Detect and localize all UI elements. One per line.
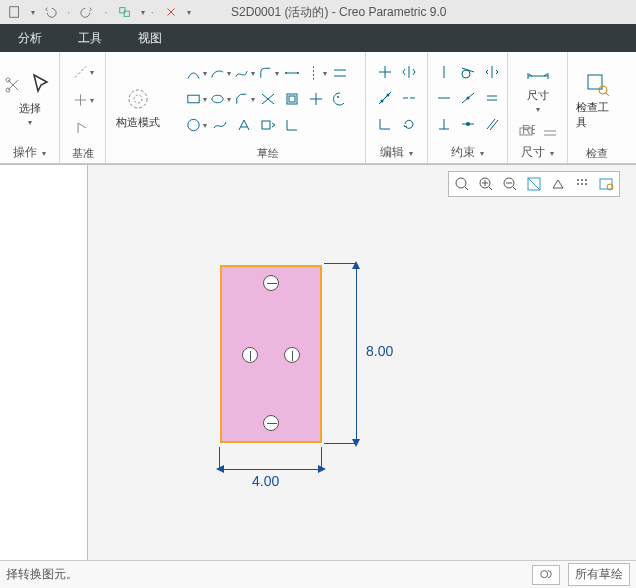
coincident-icon[interactable] — [457, 113, 479, 135]
ribbon-group-constrain: 约束 ▾ — [428, 52, 508, 163]
mirror-icon[interactable] — [398, 61, 420, 83]
group-label-ops: 操作 — [13, 145, 37, 159]
coord2-icon[interactable] — [281, 114, 303, 136]
fillet-icon[interactable]: ▾ — [257, 62, 279, 84]
slot-icon[interactable] — [281, 62, 303, 84]
arc-icon[interactable]: ▾ — [209, 62, 231, 84]
vertical-icon[interactable] — [433, 61, 455, 83]
dropdown-icon[interactable]: ▾ — [187, 8, 191, 17]
horizontal-icon[interactable] — [433, 87, 455, 109]
file-icon[interactable] — [4, 1, 26, 23]
sketch-tools-grid: ▾ ▾ ▾ ▾ ▾ ▾ ▾ ▾ ▾ — [185, 62, 351, 138]
circle-icon[interactable]: ▾ — [185, 114, 207, 136]
line-icon[interactable]: ▾ — [185, 62, 207, 84]
close-icon[interactable] — [160, 1, 182, 23]
sketch-circle-top[interactable] — [263, 275, 279, 291]
zoom-fit-icon[interactable] — [451, 174, 473, 194]
svg-point-10 — [211, 95, 222, 103]
construction-mode-button[interactable]: 构造模式 — [114, 83, 162, 132]
menu-bar: 分析 工具 视图 — [0, 24, 636, 52]
offset2-icon[interactable] — [257, 114, 279, 136]
svg-point-13 — [337, 96, 339, 98]
midpoint-icon[interactable] — [457, 87, 479, 109]
grid-icon[interactable] — [571, 174, 593, 194]
svg-rect-15 — [262, 121, 270, 129]
filter-dropdown[interactable]: 所有草绘 — [568, 563, 630, 586]
dimension-button[interactable]: 尺寸▾ — [522, 56, 554, 116]
select-button[interactable] — [26, 69, 58, 101]
ribbon-group-sketch: ▾ ▾ ▾ ▾ ▾ ▾ ▾ ▾ ▾ 草 — [170, 52, 366, 163]
select-label-button[interactable]: 选择 ▾ — [17, 99, 43, 129]
menu-view[interactable]: 视图 — [120, 24, 180, 52]
menu-tools[interactable]: 工具 — [60, 24, 120, 52]
dropdown-icon[interactable]: ▾ — [141, 8, 145, 17]
zoom-out-icon[interactable] — [499, 174, 521, 194]
zoom-in-icon[interactable] — [475, 174, 497, 194]
find-button[interactable] — [532, 565, 560, 585]
view-toolbar — [448, 171, 620, 197]
display-style-icon[interactable] — [547, 174, 569, 194]
palette-icon[interactable] — [329, 88, 351, 110]
perpendicular-icon[interactable] — [433, 113, 455, 135]
svg-point-34 — [585, 183, 587, 185]
repaint-icon[interactable] — [523, 174, 545, 194]
point-icon[interactable]: ▾ — [72, 89, 94, 111]
ribbon-group-edit: 编辑 ▾ — [366, 52, 428, 163]
redo-icon[interactable] — [76, 1, 98, 23]
dimension-label: 尺寸 — [527, 88, 549, 103]
svg-point-32 — [577, 183, 579, 185]
svg-point-20 — [466, 122, 470, 126]
cut-icon[interactable] — [2, 74, 24, 96]
tangent-icon[interactable] — [457, 61, 479, 83]
filter-label: 所有草绘 — [575, 566, 623, 583]
sketch-circle-right[interactable] — [284, 347, 300, 363]
graphics-canvas[interactable]: 8.00 4.00 — [88, 164, 636, 560]
centerline-icon[interactable]: ▾ — [72, 61, 94, 83]
svg-point-6 — [134, 95, 142, 103]
dimension-height-value[interactable]: 8.00 — [366, 343, 393, 359]
svg-point-24 — [599, 86, 607, 94]
select-label: 选择 — [19, 101, 41, 116]
coord-icon[interactable] — [72, 117, 94, 139]
inspect-button[interactable]: 检查工具 — [574, 68, 620, 132]
thicken-icon[interactable] — [281, 88, 303, 110]
undo-icon[interactable] — [39, 1, 61, 23]
menu-analysis[interactable]: 分析 — [0, 24, 60, 52]
parallel-icon[interactable] — [481, 113, 503, 135]
svg-point-17 — [386, 94, 389, 97]
project-icon[interactable] — [257, 88, 279, 110]
ribbon-group-construct: 构造模式 — [106, 52, 170, 163]
sketch-circle-left[interactable] — [242, 347, 258, 363]
ref-dim-icon[interactable]: REF — [515, 120, 537, 142]
construction-mode-label: 构造模式 — [116, 115, 160, 130]
sketch-circle-bottom[interactable] — [263, 415, 279, 431]
rotate-icon[interactable] — [398, 113, 420, 135]
offset-icon[interactable] — [329, 62, 351, 84]
rectangle-icon[interactable]: ▾ — [185, 88, 207, 110]
svg-text:REF: REF — [522, 123, 535, 137]
group-label-constrain: 约束 — [451, 145, 475, 159]
dropdown-icon[interactable]: ▾ — [31, 8, 35, 17]
equal-icon[interactable] — [481, 87, 503, 109]
text-icon[interactable] — [233, 114, 255, 136]
divide-icon[interactable] — [374, 87, 396, 109]
symmetric-icon[interactable] — [481, 61, 503, 83]
title-bar: ▾ · · ▾ · ▾ S2D0001 (活动的) - Creo Paramet… — [0, 0, 636, 24]
dimension-width-value[interactable]: 4.00 — [252, 473, 279, 489]
trim-icon[interactable] — [374, 61, 396, 83]
window-icon[interactable] — [114, 1, 136, 23]
spline-icon[interactable]: ▾ — [233, 62, 255, 84]
spline2-icon[interactable] — [209, 114, 231, 136]
svg-point-30 — [581, 179, 583, 181]
corner-icon[interactable] — [374, 113, 396, 135]
svg-rect-12 — [289, 96, 295, 102]
svg-point-25 — [456, 178, 466, 188]
ellipse-icon[interactable]: ▾ — [209, 88, 231, 110]
delete-seg-icon[interactable] — [398, 87, 420, 109]
baseline-icon[interactable] — [539, 120, 561, 142]
model-tree[interactable] — [0, 164, 88, 560]
centerline2-icon[interactable]: ▾ — [305, 62, 327, 84]
chamfer-icon[interactable]: ▾ — [233, 88, 255, 110]
sketch-view-icon[interactable] — [595, 174, 617, 194]
point2-icon[interactable] — [305, 88, 327, 110]
